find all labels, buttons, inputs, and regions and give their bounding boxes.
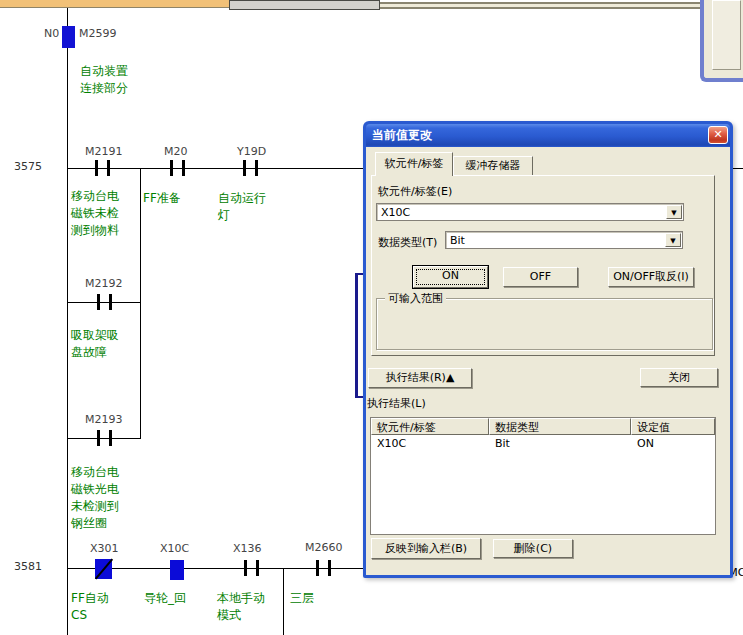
mc-contact-energized[interactable] bbox=[62, 26, 75, 48]
delete-button[interactable]: 删除(C) bbox=[493, 539, 573, 558]
device-label-m20: M20 bbox=[164, 145, 188, 158]
step-number-3575: 3575 bbox=[2, 160, 42, 173]
nesting-label: N0 bbox=[44, 27, 59, 40]
list-header-setvalue[interactable]: 设定值 bbox=[631, 418, 715, 435]
contact-y19d[interactable] bbox=[243, 160, 258, 176]
background-titlebar-strip-orange bbox=[0, 0, 230, 8]
list-cell-type: Bit bbox=[489, 435, 631, 452]
chevron-down-icon[interactable]: ▼ bbox=[666, 205, 682, 219]
dialog-body: 软元件/标签 缓冲存储器 软元件/标签(E) X10C ▼ 数据类型(T) Bi… bbox=[366, 147, 730, 575]
device-label-x301: X301 bbox=[90, 542, 119, 555]
comment-m2191: 移动台电 磁铁未检 测到物料 bbox=[71, 188, 119, 239]
execution-result-caption: 执行结果(L) bbox=[367, 396, 426, 411]
comment-m2193: 移动台电 磁铁光电 未检测到 钢丝圈 bbox=[71, 464, 119, 532]
reflect-to-input-button[interactable]: 反映到输入栏(B) bbox=[371, 538, 481, 559]
device-label-m2191: M2191 bbox=[85, 145, 123, 158]
contact-x136[interactable] bbox=[244, 560, 259, 576]
background-frame-edge bbox=[380, 2, 701, 9]
background-floating-panel-inner bbox=[712, 0, 741, 70]
execution-result-list[interactable]: 软元件/标签 数据类型 设定值 X10C Bit ON bbox=[370, 417, 716, 535]
contact-m2193[interactable] bbox=[97, 430, 112, 446]
device-caption: 软元件/标签(E) bbox=[378, 184, 452, 199]
device-label-m2660: M2660 bbox=[305, 541, 343, 554]
device-label-x10c: X10C bbox=[160, 542, 189, 555]
contact-m2192[interactable] bbox=[97, 294, 112, 310]
list-header-row: 软元件/标签 数据类型 设定值 bbox=[371, 418, 715, 435]
contact-m2191[interactable] bbox=[95, 160, 110, 176]
comment-x136: 本地手动 模式 bbox=[217, 590, 265, 624]
comment-x10c: 导轮_回 bbox=[144, 590, 186, 607]
tab-device-label[interactable]: 软元件/标签 bbox=[375, 152, 453, 176]
type-caption: 数据类型(T) bbox=[378, 235, 437, 250]
contact-m20[interactable] bbox=[170, 160, 185, 176]
screen: { "ladder": { "nest_label": "N0", "nest_… bbox=[0, 0, 743, 635]
device-label-m2192: M2192 bbox=[85, 277, 123, 290]
contact-x10c-energized[interactable] bbox=[170, 560, 184, 580]
background-titlebar-strip-gray bbox=[229, 0, 380, 10]
normally-closed-slash bbox=[95, 558, 113, 579]
left-power-rail bbox=[67, 8, 68, 635]
device-combobox-value: X10C bbox=[381, 206, 410, 219]
list-header-type[interactable]: 数据类型 bbox=[489, 418, 631, 435]
device-label-m2599: M2599 bbox=[79, 27, 117, 40]
step-number-3581: 3581 bbox=[2, 560, 42, 573]
comment-x301: FF自动 CS bbox=[71, 590, 109, 624]
list-cell-setvalue: ON bbox=[631, 435, 715, 452]
device-label-y19d: Y19D bbox=[237, 145, 266, 158]
rung-3581-down-branch bbox=[283, 568, 284, 635]
close-button[interactable]: 关闭 bbox=[640, 368, 718, 387]
comment-y19d: 自动运行 灯 bbox=[218, 190, 266, 224]
input-range-caption: 可输入范围 bbox=[385, 291, 446, 306]
comment-m2192: 吸取架吸 盘故障 bbox=[71, 327, 119, 361]
comment-m2660: 三层 bbox=[290, 590, 314, 607]
list-cell-device: X10C bbox=[371, 435, 489, 452]
on-off-toggle-button[interactable]: ON/OFF取反(I) bbox=[608, 267, 694, 287]
comment-m2599: 自动装置 连接部分 bbox=[80, 63, 128, 97]
or-branch-wire bbox=[140, 168, 141, 439]
list-body: X10C Bit ON bbox=[371, 435, 715, 534]
chevron-down-icon[interactable]: ▼ bbox=[665, 233, 681, 247]
type-combobox-value: Bit bbox=[450, 234, 465, 247]
contact-x301-energized-nc[interactable] bbox=[95, 559, 112, 579]
device-tab-page: 软元件/标签(E) X10C ▼ 数据类型(T) Bit ▼ ON OFF ON… bbox=[371, 175, 715, 356]
on-button[interactable]: ON bbox=[413, 266, 488, 288]
off-button[interactable]: OFF bbox=[503, 267, 578, 287]
rung-3575-wire bbox=[68, 168, 363, 169]
device-label-x136: X136 bbox=[233, 542, 262, 555]
type-combobox[interactable]: Bit ▼ bbox=[445, 231, 683, 249]
list-header-device[interactable]: 软元件/标签 bbox=[371, 418, 489, 435]
device-label-m2193: M2193 bbox=[85, 413, 123, 426]
device-combobox[interactable]: X10C ▼ bbox=[376, 203, 684, 221]
input-range-groupbox: 可输入范围 bbox=[376, 298, 713, 350]
contact-m2660[interactable] bbox=[316, 560, 331, 576]
list-item[interactable]: X10C Bit ON bbox=[371, 435, 715, 452]
rung-3575-wire-right bbox=[733, 168, 743, 169]
change-current-value-dialog: 当前值更改 ✕ 软元件/标签 缓冲存储器 软元件/标签(E) X10C ▼ 数据… bbox=[363, 121, 733, 578]
close-icon[interactable]: ✕ bbox=[708, 126, 728, 144]
execution-result-collapse-button[interactable]: 执行结果(R)▲ bbox=[368, 368, 472, 388]
comment-m20: FF准备 bbox=[143, 190, 181, 207]
dialog-titlebar[interactable]: 当前值更改 ✕ bbox=[366, 124, 730, 147]
tab-buffer-memory[interactable]: 缓冲存储器 bbox=[453, 156, 533, 175]
background-floating-panel bbox=[700, 0, 743, 82]
dialog-title: 当前值更改 bbox=[372, 128, 432, 142]
